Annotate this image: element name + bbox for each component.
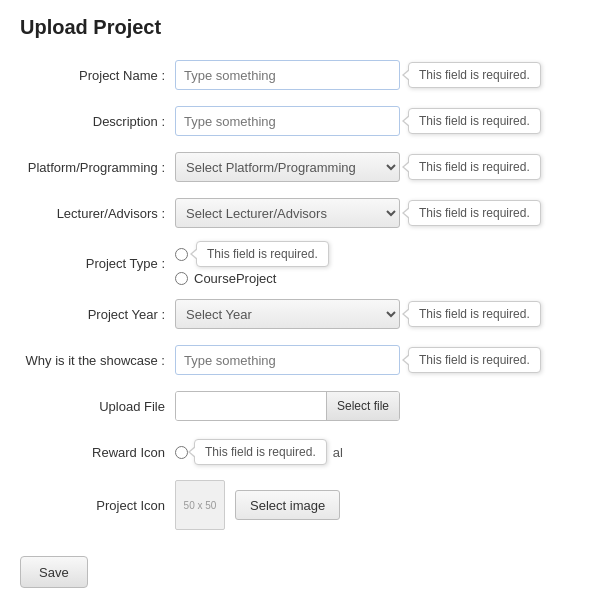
project-year-control: Select Year This field is required.: [175, 299, 593, 329]
project-icon-control: 50 x 50 Select image: [175, 480, 593, 530]
project-icon-wrapper: 50 x 50 Select image: [175, 480, 340, 530]
description-error: This field is required.: [408, 108, 541, 134]
reward-tooltip-wrap: This field is required. al: [175, 439, 343, 465]
file-input-empty-area: [176, 392, 326, 420]
file-input-wrapper: Select file: [175, 391, 400, 421]
reward-icon-al-text: al: [333, 445, 343, 460]
page-title: Upload Project: [20, 16, 593, 39]
save-row: Save: [20, 540, 593, 588]
description-row: Description : This field is required.: [20, 103, 593, 139]
project-icon-preview: 50 x 50: [175, 480, 225, 530]
project-icon-label: Project Icon: [20, 498, 175, 513]
platform-select[interactable]: Select Platform/Programming: [175, 152, 400, 182]
lecturer-label: Lecturer/Advisors :: [20, 206, 175, 221]
project-name-input[interactable]: [175, 60, 400, 90]
project-name-label: Project Name :: [20, 68, 175, 83]
upload-file-control: Select file: [175, 391, 593, 421]
description-input[interactable]: [175, 106, 400, 136]
project-year-select[interactable]: Select Year: [175, 299, 400, 329]
project-type-course-label: CourseProject: [194, 271, 276, 286]
reward-icon-control: This field is required. al: [175, 439, 593, 465]
project-type-row: Project Type : This field is required. C…: [20, 241, 593, 286]
description-control: This field is required.: [175, 106, 593, 136]
project-type-control: This field is required. CourseProject: [175, 241, 593, 286]
showcase-label: Why is it the showcase :: [20, 353, 175, 368]
description-label: Description :: [20, 114, 175, 129]
project-type-options: This field is required. CourseProject: [175, 241, 329, 286]
platform-control: Select Platform/Programming This field i…: [175, 152, 593, 182]
project-type-course-row: CourseProject: [175, 271, 329, 286]
project-type-radio-course[interactable]: [175, 272, 188, 285]
project-year-error: This field is required.: [408, 301, 541, 327]
platform-label: Platform/Programming :: [20, 160, 175, 175]
project-name-control: This field is required.: [175, 60, 593, 90]
reward-icon-label: Reward Icon: [20, 445, 175, 460]
project-type-radio-1[interactable]: [175, 248, 188, 261]
showcase-row: Why is it the showcase : This field is r…: [20, 342, 593, 378]
select-image-button[interactable]: Select image: [235, 490, 340, 520]
lecturer-error: This field is required.: [408, 200, 541, 226]
lecturer-control: Select Lecturer/Advisors This field is r…: [175, 198, 593, 228]
platform-row: Platform/Programming : Select Platform/P…: [20, 149, 593, 185]
project-name-row: Project Name : This field is required.: [20, 57, 593, 93]
upload-file-label: Upload File: [20, 399, 175, 414]
upload-file-row: Upload File Select file: [20, 388, 593, 424]
save-button[interactable]: Save: [20, 556, 88, 588]
showcase-error: This field is required.: [408, 347, 541, 373]
showcase-control: This field is required.: [175, 345, 593, 375]
lecturer-select[interactable]: Select Lecturer/Advisors: [175, 198, 400, 228]
project-name-error: This field is required.: [408, 62, 541, 88]
project-type-error: This field is required.: [196, 241, 329, 267]
project-year-label: Project Year :: [20, 307, 175, 322]
reward-icon-wrapper: This field is required. al: [175, 439, 343, 465]
reward-icon-row: Reward Icon This field is required. al: [20, 434, 593, 470]
project-type-tooltip-row: This field is required.: [175, 241, 329, 267]
reward-icon-error: This field is required.: [194, 439, 327, 465]
project-type-label: Project Type :: [20, 256, 175, 271]
platform-error: This field is required.: [408, 154, 541, 180]
select-file-button[interactable]: Select file: [326, 391, 399, 421]
reward-icon-radio[interactable]: [175, 446, 188, 459]
showcase-input[interactable]: [175, 345, 400, 375]
lecturer-row: Lecturer/Advisors : Select Lecturer/Advi…: [20, 195, 593, 231]
project-year-row: Project Year : Select Year This field is…: [20, 296, 593, 332]
project-icon-row: Project Icon 50 x 50 Select image: [20, 480, 593, 530]
